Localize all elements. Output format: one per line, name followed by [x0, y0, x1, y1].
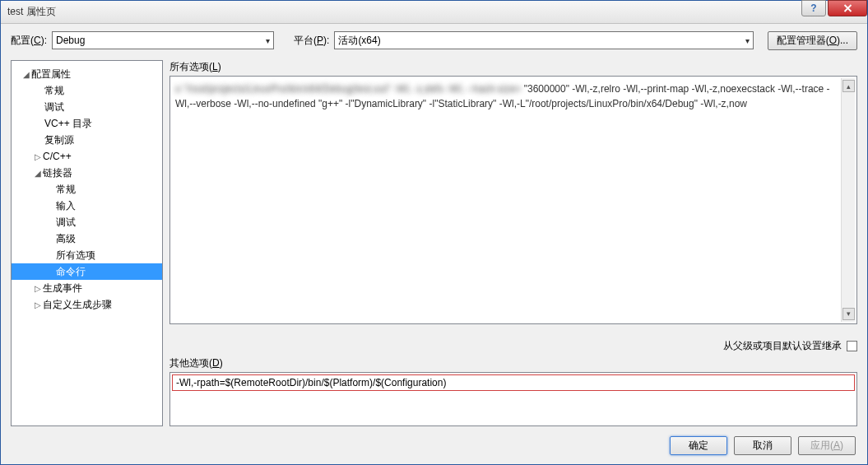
expand-collapse-icon[interactable]: ◢: [21, 70, 31, 79]
tree-root-config-properties[interactable]: ◢ 配置属性: [12, 66, 162, 82]
help-icon: ?: [810, 2, 816, 14]
chevron-down-icon: ▾: [745, 36, 750, 45]
tree-item-custom-build-step[interactable]: ▷自定义生成步骤: [12, 296, 162, 313]
config-combo-value: Debug: [56, 35, 85, 46]
scrollbar[interactable]: ▴ ▾: [841, 78, 855, 322]
apply-button[interactable]: 应用(A): [798, 436, 856, 455]
tree-item-linker-command-line[interactable]: 命令行: [12, 263, 162, 280]
config-combo[interactable]: Debug ▾: [52, 31, 274, 49]
tree-item-build-events[interactable]: ▷生成事件: [12, 280, 162, 296]
window-title: test 属性页: [7, 5, 801, 19]
config-manager-button[interactable]: 配置管理器(O)...: [768, 31, 857, 50]
other-options-textbox[interactable]: [169, 372, 857, 426]
tree-item-vc-directories[interactable]: VC++ 目录: [12, 115, 162, 132]
tree-item-cpp[interactable]: ▷C/C++: [12, 148, 162, 165]
footer: 确定 取消 应用(A): [1, 426, 867, 464]
platform-combo-value: 活动(x64): [338, 34, 380, 48]
cancel-button[interactable]: 取消: [734, 436, 791, 455]
expand-collapse-icon[interactable]: ▷: [33, 152, 43, 161]
platform-label: 平台(P):: [294, 34, 329, 48]
titlebar: test 属性页 ?: [1, 1, 867, 24]
inherit-checkbox[interactable]: [847, 341, 857, 351]
tree-item-linker-input[interactable]: 输入: [12, 198, 162, 214]
close-icon: [843, 4, 852, 12]
chevron-down-icon: ▾: [266, 36, 270, 45]
nav-tree[interactable]: ◢ 配置属性 常规 调试 VC++ 目录 复制源 ▷C/C++ ◢链接器 常规 …: [11, 60, 163, 426]
config-label: 配置(C):: [11, 34, 47, 48]
all-options-textbox[interactable]: o "/root/projects/LinuxPro/bin/x64/Debug…: [169, 76, 857, 324]
all-options-label: 所有选项(L): [169, 60, 857, 74]
tree-item-linker-advanced[interactable]: 高级: [12, 230, 162, 247]
inherit-row: 从父级或项目默认设置继承: [169, 339, 857, 353]
tree-item-linker-general[interactable]: 常规: [12, 181, 162, 198]
tree-item-linker-debug[interactable]: 调试: [12, 214, 162, 230]
toolbar: 配置(C): Debug ▾ 平台(P): 活动(x64) ▾ 配置管理器(O)…: [1, 24, 867, 57]
window-buttons: ?: [801, 1, 867, 23]
platform-combo[interactable]: 活动(x64) ▾: [334, 31, 754, 49]
all-options-content: o "/root/projects/LinuxPro/bin/x64/Debug…: [175, 81, 837, 111]
main-area: ◢ 配置属性 常规 调试 VC++ 目录 复制源 ▷C/C++ ◢链接器 常规 …: [1, 57, 867, 426]
right-panel: 所有选项(L) o "/root/projects/LinuxPro/bin/x…: [169, 60, 857, 426]
tree-item-general[interactable]: 常规: [12, 82, 162, 99]
tree-item-linker-all-options[interactable]: 所有选项: [12, 247, 162, 263]
expand-collapse-icon[interactable]: ▷: [33, 300, 43, 309]
help-button[interactable]: ?: [801, 0, 826, 16]
other-options-label: 其他选项(D): [169, 356, 857, 370]
scroll-down-icon[interactable]: ▾: [842, 308, 855, 320]
close-button[interactable]: [828, 0, 867, 16]
expand-collapse-icon[interactable]: ◢: [33, 169, 43, 178]
scroll-up-icon[interactable]: ▴: [842, 80, 855, 92]
other-options-input[interactable]: [172, 374, 855, 391]
ok-button[interactable]: 确定: [670, 436, 727, 455]
property-page-window: test 属性页 ? 配置(C): Debug ▾ 平台(P): 活动(x64)…: [0, 0, 868, 465]
tree-item-debug[interactable]: 调试: [12, 99, 162, 115]
tree-item-copy-sources[interactable]: 复制源: [12, 132, 162, 148]
tree-item-linker[interactable]: ◢链接器: [12, 165, 162, 181]
expand-collapse-icon[interactable]: ▷: [33, 284, 43, 293]
inherit-label: 从父级或项目默认设置继承: [723, 339, 842, 353]
